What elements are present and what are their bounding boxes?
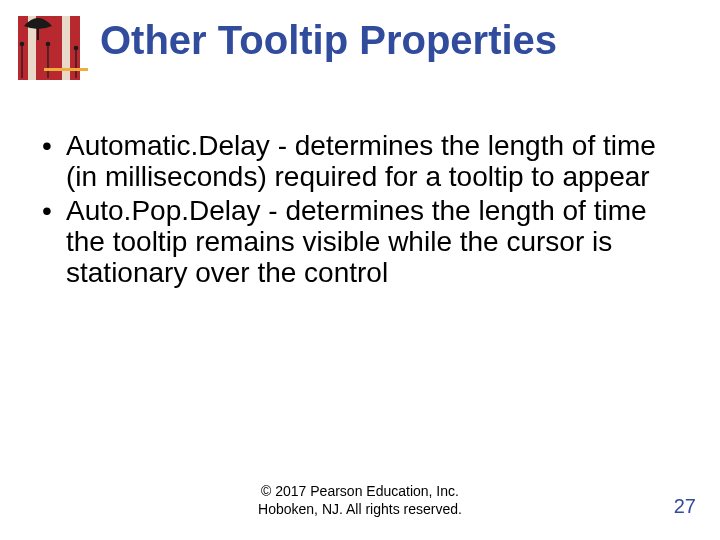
list-item: Auto.Pop.Delay - determines the length o… (40, 195, 680, 289)
copyright-footer: © 2017 Pearson Education, Inc. Hoboken, … (0, 483, 720, 518)
accent-underline (44, 68, 88, 71)
footer-line: Hoboken, NJ. All rights reserved. (0, 501, 720, 519)
footer-line: © 2017 Pearson Education, Inc. (0, 483, 720, 501)
slide-body: Automatic.Delay - determines the length … (40, 130, 680, 291)
svg-point-4 (20, 42, 25, 47)
list-item: Automatic.Delay - determines the length … (40, 130, 680, 193)
bullet-list: Automatic.Delay - determines the length … (40, 130, 680, 289)
page-number: 27 (674, 495, 696, 518)
slide: Other Tooltip Properties Automatic.Delay… (0, 0, 720, 540)
svg-point-8 (74, 46, 79, 51)
svg-point-6 (46, 42, 51, 47)
slide-title: Other Tooltip Properties (100, 18, 690, 62)
